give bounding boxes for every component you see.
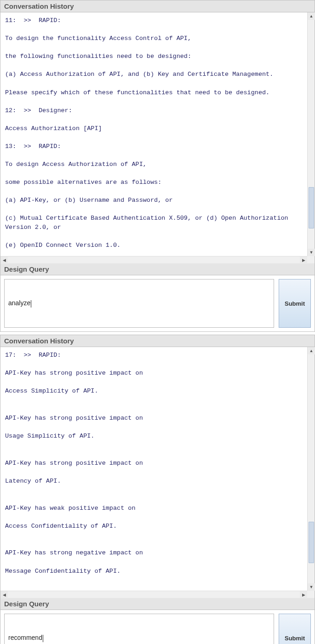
submit-button-1[interactable]: Submit [279,279,311,328]
scroll-right-icon[interactable]: ▶ [300,591,307,598]
query-header-1: Design Query [0,263,315,275]
query-input-wrap-1[interactable]: analyze [4,279,274,328]
query-input-2[interactable]: recommend [8,634,270,642]
scroll-corner [307,256,315,263]
scroll-right-icon[interactable]: ▶ [300,256,307,264]
history-header-1: Conversation History [0,0,315,12]
panel-1: Conversation History 11: >> RAPID: To de… [0,0,315,332]
hscrollbar-1[interactable]: ◀ ▶ [0,256,307,263]
scroll-down-icon[interactable]: ▼ [308,583,315,591]
history-wrap-1: 11: >> RAPID: To design the functionalit… [0,12,315,263]
vscroll-thumb-1[interactable] [309,187,314,228]
scroll-up-icon[interactable]: ▲ [308,12,315,20]
vscrollbar-2[interactable]: ▲ ▼ [307,347,315,591]
history-wrap-2: 17: >> RAPID: API-Key has strong positiv… [0,347,315,598]
query-input-1[interactable]: analyze [8,299,270,307]
scroll-down-icon[interactable]: ▼ [308,249,315,256]
scroll-corner [307,591,315,598]
query-header-2: Design Query [0,598,315,610]
scroll-left-icon[interactable]: ◀ [0,256,8,264]
query-row-2: recommend Submit [0,610,315,644]
history-text-1[interactable]: 11: >> RAPID: To design the functionalit… [0,12,315,256]
scroll-left-icon[interactable]: ◀ [0,591,8,598]
history-header-2: Conversation History [0,335,315,347]
vscroll-thumb-2[interactable] [309,522,314,563]
panel-2: Conversation History 17: >> RAPID: API-K… [0,335,315,644]
history-text-2[interactable]: 17: >> RAPID: API-Key has strong positiv… [0,347,315,591]
submit-button-2[interactable]: Submit [279,614,311,644]
vscrollbar-1[interactable]: ▲ ▼ [307,12,315,256]
query-input-wrap-2[interactable]: recommend [4,614,274,644]
hscrollbar-2[interactable]: ◀ ▶ [0,591,307,598]
query-row-1: analyze Submit [0,275,315,331]
scroll-up-icon[interactable]: ▲ [308,347,315,354]
